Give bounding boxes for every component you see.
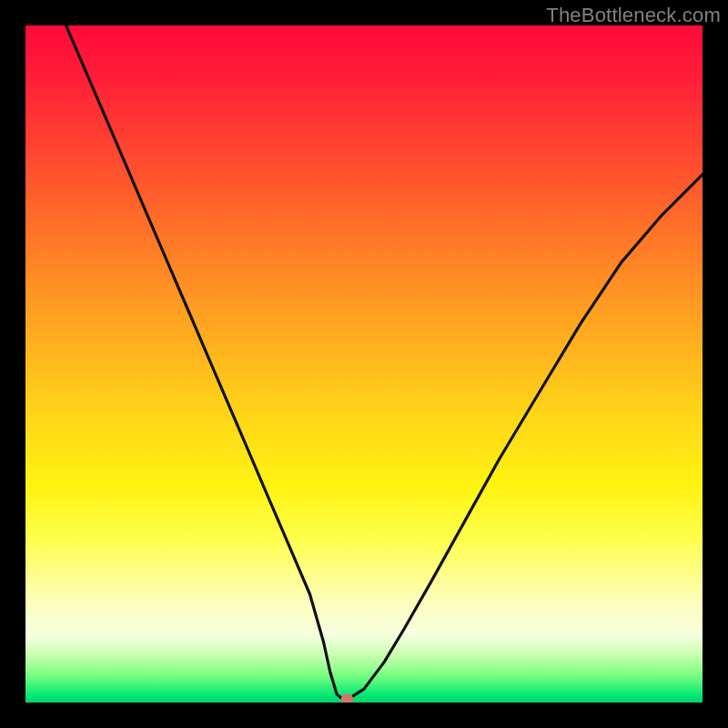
- chart-frame: TheBottleneck.com: [0, 0, 728, 728]
- optimal-point-marker: [340, 693, 353, 703]
- chart-plot-area: [25, 25, 703, 703]
- watermark-text: TheBottleneck.com: [546, 4, 721, 27]
- chart-svg: [25, 25, 703, 703]
- bottleneck-curve: [66, 25, 703, 700]
